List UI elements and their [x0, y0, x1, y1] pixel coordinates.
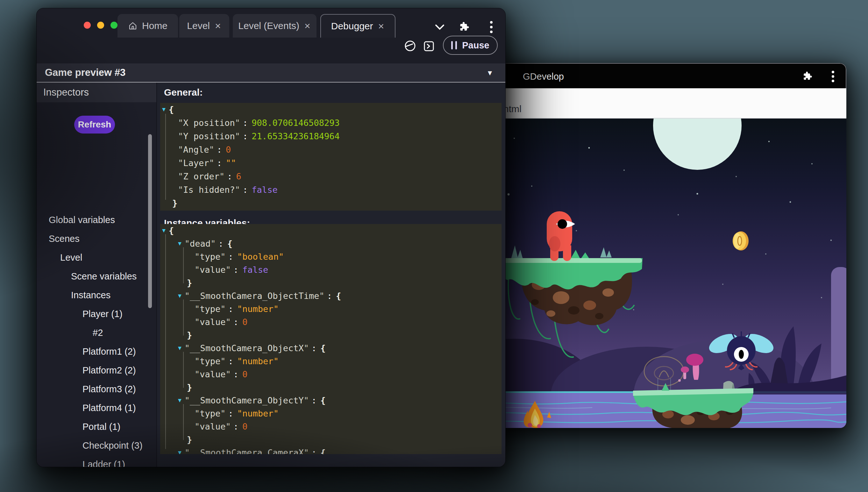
json-line: }: [160, 197, 501, 210]
pause-label: Pause: [462, 40, 489, 51]
puzzle-extension-icon[interactable]: [803, 71, 813, 81]
game-window-titlebar: GDevelop: [455, 63, 846, 88]
collapse-toggle-icon[interactable]: ▼: [162, 224, 165, 237]
sidebar-item-platform2[interactable]: Platform2 (2): [82, 364, 136, 377]
game-window-addressbar[interactable]: html: [455, 88, 846, 119]
chevron-down-icon[interactable]: [434, 23, 445, 31]
sidebar-scrollbar[interactable]: [148, 134, 152, 308]
console-icon[interactable]: [423, 41, 434, 52]
sidebar-item-scenes[interactable]: Scenes: [49, 232, 80, 245]
collapse-toggle-icon[interactable]: ▼: [178, 237, 182, 250]
sidebar-item-checkpoint[interactable]: Checkpoint (3): [82, 439, 143, 452]
pillar-rock: [831, 267, 846, 394]
json-line: "value":false: [160, 263, 501, 276]
profiler-gauge-icon[interactable]: [404, 40, 416, 52]
tab-label: Level (Events): [238, 20, 299, 31]
sidebar-item-platform4[interactable]: Platform4 (1): [82, 401, 136, 414]
close-icon[interactable]: ×: [214, 21, 221, 31]
sidebar-item-global-variables[interactable]: Global variables: [49, 214, 115, 226]
pause-button[interactable]: Pause: [443, 36, 498, 55]
general-title: General:: [164, 87, 203, 98]
preview-title: Game preview #3: [45, 67, 126, 78]
json-line: "type":"number": [160, 302, 501, 316]
game-window-title: GDevelop: [523, 71, 564, 82]
json-line: }: [160, 328, 501, 342]
game-scene: [455, 119, 846, 428]
collapse-toggle-icon[interactable]: ▼: [178, 394, 182, 407]
json-line: ▼"__SmoothCamera_ObjectY":{: [160, 394, 501, 407]
traffic-close-button[interactable]: [84, 22, 91, 29]
json-line: }: [160, 276, 501, 289]
json-line: "Z order":6: [160, 170, 501, 183]
json-line: "Angle":0: [160, 143, 501, 156]
json-line: "Layer":"": [160, 156, 501, 170]
json-line: }: [160, 381, 501, 394]
json-line: ▼"__SmoothCamera_ObjectTime":{: [160, 289, 501, 302]
inspectors-header: Inspectors: [36, 82, 156, 102]
sidebar-item-portal[interactable]: Portal (1): [82, 420, 121, 433]
debugger-window: Home Level × Level (Events) × Debugger ×: [36, 8, 506, 467]
tab-debugger[interactable]: Debugger ×: [320, 14, 395, 38]
sidebar-item-level[interactable]: Level: [60, 251, 82, 264]
game-preview-window: GDevelop html: [455, 63, 846, 428]
json-line: "Is hidden?":false: [160, 183, 501, 197]
coin: [733, 231, 748, 250]
sidebar-item-platform3[interactable]: Platform3 (2): [82, 383, 136, 395]
sidebar-item-player[interactable]: Player (1): [82, 308, 123, 320]
address-text: html: [503, 103, 522, 115]
window-header: Home Level × Level (Events) × Debugger ×: [36, 8, 505, 64]
tab-level[interactable]: Level ×: [179, 14, 229, 38]
collapse-toggle-icon[interactable]: ▼: [178, 341, 182, 354]
json-line: ▼"dead":{: [160, 237, 501, 250]
pause-icon: [451, 41, 457, 49]
json-line: "value":0: [160, 316, 501, 328]
inspectors-sidebar: Inspectors Refresh Global variables Scen…: [36, 82, 156, 467]
json-line: "value":0: [160, 368, 501, 381]
sidebar-item-platform1[interactable]: Platform1 (2): [82, 345, 136, 358]
game-canvas[interactable]: [455, 119, 846, 428]
json-line: "value":0: [160, 420, 501, 433]
traffic-zoom-button[interactable]: [110, 22, 117, 29]
kebab-menu-icon[interactable]: [490, 21, 493, 33]
json-line: "type":"boolean": [160, 250, 501, 263]
close-icon[interactable]: ×: [378, 21, 385, 31]
json-line: "type":"number": [160, 355, 501, 368]
tab-home[interactable]: Home: [117, 14, 178, 38]
json-line: "Y position":21.65334236184964: [160, 130, 501, 143]
json-line: "type":"number": [160, 407, 501, 420]
traffic-minimize-button[interactable]: [97, 22, 104, 29]
json-line: ▼"__SmoothCamera_ObjectX":{: [160, 342, 501, 355]
sidebar-item-ladder[interactable]: Ladder (1): [82, 458, 125, 467]
sidebar-item-instance-2[interactable]: #2: [93, 326, 103, 339]
json-line-clipped: ▼"__SmoothCamera_CameraX":{: [160, 446, 501, 454]
screenshot-stage: GDevelop html: [0, 0, 868, 492]
tab-level-events[interactable]: Level (Events) ×: [233, 14, 316, 38]
inspectors-title: Inspectors: [43, 87, 89, 98]
refresh-button[interactable]: Refresh: [74, 116, 115, 133]
collapse-toggle-icon[interactable]: ▼: [178, 289, 182, 302]
tab-label: Level: [187, 20, 210, 31]
close-icon[interactable]: ×: [304, 21, 311, 31]
dropdown-caret-icon: ▾: [488, 68, 492, 78]
puzzle-extension-icon[interactable]: [459, 21, 470, 32]
sidebar-item-instances[interactable]: Instances: [71, 289, 110, 301]
kebab-menu-icon[interactable]: [832, 71, 834, 82]
general-json-view: ▼{ "X position":908.0706146508293 "Y pos…: [160, 103, 501, 211]
collapse-toggle-icon[interactable]: ▼: [162, 103, 165, 116]
tab-label: Home: [142, 20, 167, 31]
tab-label: Debugger: [331, 21, 373, 31]
home-icon: [128, 21, 137, 31]
json-line: }: [160, 433, 501, 446]
inspector-main-panel: General: ▼{ "X position":908.07061465082…: [157, 82, 506, 467]
sidebar-item-scene-variables[interactable]: Scene variables: [71, 270, 137, 282]
json-line: "X position":908.0706146508293: [160, 116, 501, 130]
instance-variables-json-view: ▼{ ▼"dead":{ "type":"boolean" "value":fa…: [160, 224, 501, 454]
game-preview-selector[interactable]: Game preview #3 ▾: [36, 64, 505, 82]
player-pupil: [557, 219, 567, 229]
collapse-toggle-icon[interactable]: ▼: [178, 446, 182, 454]
